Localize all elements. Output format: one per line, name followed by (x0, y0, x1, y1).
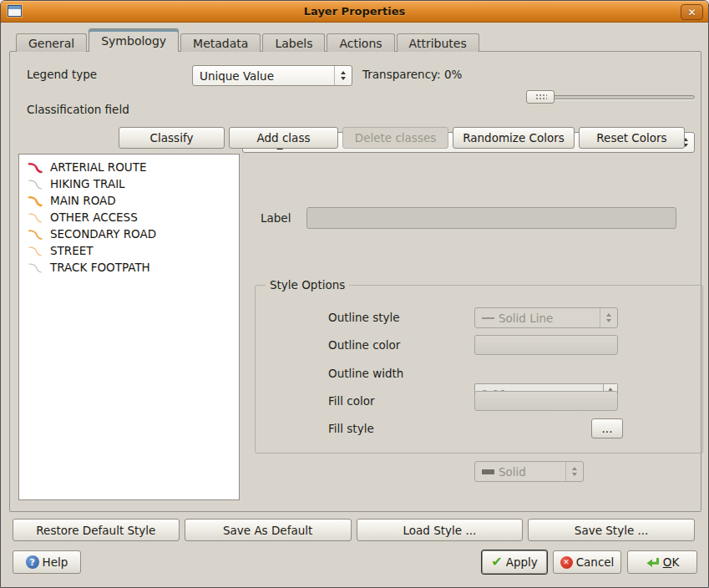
ok-return-arrow-icon (646, 556, 660, 569)
apply-check-icon: ✔ (491, 555, 502, 569)
symbology-panel: Legend type Unique Value Transparency: 0… (9, 51, 701, 512)
class-symbol-icon (28, 261, 43, 274)
save-style-button[interactable]: Save Style ... (528, 519, 695, 541)
cancel-button[interactable]: ✕ Cancel (553, 550, 621, 574)
classification-field-label: Classification field (27, 103, 129, 116)
outline-style-label: Outline style (328, 311, 400, 324)
tab-bar: General Symbology Metadata Labels Action… (16, 28, 481, 52)
class-symbol-icon (28, 245, 43, 257)
style-options-title: Style Options (266, 278, 349, 291)
class-symbol-icon (28, 195, 43, 207)
transparency-slider[interactable] (526, 90, 695, 104)
fill-style-label: Fill style (328, 422, 374, 435)
apply-button[interactable]: ✔ Apply (482, 550, 547, 574)
layer-properties-dialog: Layer Properties ✕ General Symbology Met… (0, 0, 709, 588)
slider-handle[interactable] (526, 90, 555, 104)
classify-button[interactable]: Classify (119, 127, 225, 149)
fill-preview-icon (482, 469, 494, 474)
close-icon: ✕ (687, 7, 696, 18)
legend-type-select[interactable]: Unique Value (192, 65, 352, 86)
class-list-item[interactable]: TRACK FOOTPATH (19, 259, 239, 276)
combo-arrows-icon (600, 308, 617, 327)
tab-symbology[interactable]: Symbology (89, 28, 179, 52)
class-symbol-icon (28, 161, 43, 174)
close-button[interactable]: ✕ (681, 4, 703, 20)
label-input (306, 207, 676, 229)
restore-default-style-button[interactable]: Restore Default Style (13, 519, 180, 541)
footer-left: ? Help (13, 550, 81, 575)
randomize-colors-button[interactable]: Randomize Colors (453, 127, 575, 149)
tab-metadata[interactable]: Metadata (180, 33, 261, 52)
class-list-item[interactable]: ARTERIAL ROUTE (19, 159, 239, 175)
grip-icon (534, 93, 547, 101)
tab-labels[interactable]: Labels (262, 33, 325, 52)
window-menu-icon[interactable] (8, 5, 22, 17)
class-list-item[interactable]: MAIN ROAD (19, 192, 239, 209)
class-symbol-icon (28, 178, 43, 190)
class-symbol-icon (28, 228, 43, 241)
add-class-button[interactable]: Add class (229, 127, 338, 149)
combo-arrows-icon (565, 462, 583, 481)
transparency-label: Transparency: 0% (362, 68, 462, 81)
outline-style-select: Solid Line (474, 307, 618, 328)
outline-width-label: Outline width (328, 367, 403, 380)
titlebar: Layer Properties ✕ (1, 1, 708, 23)
class-list-item[interactable]: STREET (19, 242, 239, 259)
outline-color-button (474, 335, 618, 355)
window-title: Layer Properties (1, 5, 708, 18)
footer-right: ✔ Apply ✕ Cancel OK (482, 550, 697, 575)
class-symbol-icon (28, 211, 43, 224)
reset-colors-button[interactable]: Reset Colors (579, 127, 685, 149)
ok-button[interactable]: OK (627, 550, 697, 574)
delete-classes-button: Delete classes (342, 127, 448, 149)
fill-color-label: Fill color (328, 394, 375, 408)
fill-color-button (474, 391, 618, 411)
class-list: ARTERIAL ROUTE HIKING TRAIL MAIN ROAD OT… (18, 154, 240, 500)
tab-actions[interactable]: Actions (327, 33, 394, 52)
style-file-buttons: Restore Default Style Save As Default Lo… (13, 519, 695, 541)
class-list-item[interactable]: HIKING TRAIL (19, 175, 239, 192)
load-style-button[interactable]: Load Style ... (357, 519, 524, 541)
class-list-item[interactable]: OTHER ACCESS (19, 209, 239, 226)
label-field-label: Label (261, 211, 291, 225)
class-list-item[interactable]: SECONDARY ROAD (19, 226, 239, 242)
outline-color-label: Outline color (328, 338, 400, 352)
tab-general[interactable]: General (16, 33, 87, 52)
help-button[interactable]: ? Help (13, 550, 81, 574)
line-preview-icon (482, 317, 494, 319)
fill-style-select: Solid (474, 461, 584, 482)
save-as-default-button[interactable]: Save As Default (185, 519, 352, 541)
help-icon: ? (26, 555, 39, 569)
style-options-group: Style Options Outline style Solid Line O… (255, 285, 703, 454)
combo-arrows-icon (334, 66, 352, 85)
legend-type-label: Legend type (27, 68, 97, 81)
more-options-button[interactable]: ... (591, 418, 623, 438)
cancel-x-icon: ✕ (560, 556, 573, 569)
tab-attributes[interactable]: Attributes (397, 33, 479, 52)
